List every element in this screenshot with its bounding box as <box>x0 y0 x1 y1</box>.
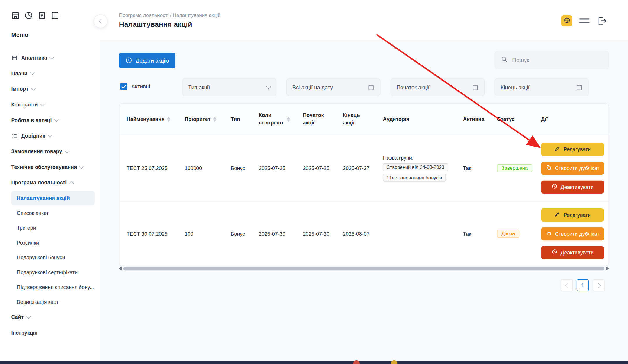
cell-type: Бонус <box>231 165 259 171</box>
sidebar-item-maintenance[interactable]: Технічне обслуговування <box>0 159 100 175</box>
column-header: Аудиторія <box>383 116 463 122</box>
column-header: Дії <box>541 116 606 122</box>
sidebar-item-contracts[interactable]: Контракти <box>0 97 100 113</box>
sort-icon[interactable] <box>167 117 170 122</box>
promo-type-select[interactable]: Тип акції <box>182 78 276 96</box>
sidebar-item-loyalty-program[interactable]: Програма лояльності <box>0 175 100 190</box>
search-box[interactable] <box>495 51 609 69</box>
pagination-page-1[interactable]: 1 <box>577 279 589 291</box>
sidebar-item-analytics[interactable]: Аналітика <box>0 50 100 66</box>
column-header: Початок акції <box>303 112 343 127</box>
submenu-item-gift-certificates[interactable]: Подарункові сертифікати <box>11 265 95 279</box>
active-filter-checkbox[interactable]: Активні <box>120 83 150 90</box>
pie-chart-icon[interactable] <box>24 10 33 20</box>
submenu-item-label: Подарункові бонуси <box>17 254 65 260</box>
submenu-item-label: Розсилки <box>17 240 39 246</box>
scroll-left-arrow-icon[interactable] <box>119 267 122 271</box>
sort-icon[interactable] <box>287 117 290 122</box>
checkbox-checked-icon[interactable] <box>120 83 127 90</box>
column-header[interactable]: Коли створено <box>259 112 303 127</box>
pencil-icon <box>554 146 560 153</box>
cell-actions: Редагувати Створити дублікат Деактивуват… <box>541 208 606 259</box>
submenu-item-triggers[interactable]: Тригери <box>11 220 95 235</box>
cell-start: 2025-07-30 <box>303 231 343 237</box>
search-input[interactable] <box>512 56 603 64</box>
chevron-up-icon <box>69 181 74 186</box>
duplicate-button[interactable]: Створити дублікат <box>541 227 604 240</box>
date-end-value: Кінець акції <box>501 84 529 90</box>
search-icon <box>501 56 508 64</box>
sidebar-item-label: Контракти <box>11 102 38 108</box>
storefront-icon[interactable] <box>10 10 20 20</box>
column-header[interactable]: Найменування <box>127 116 185 122</box>
cell-status: Діюча <box>497 230 541 238</box>
status-badge: Діюча <box>497 230 519 238</box>
sidebar-item-pharmacy-work[interactable]: Робота в аптеці <box>0 113 100 128</box>
deactivate-button[interactable]: Деактивувати <box>541 180 604 193</box>
audience-group-label: Назва групи: <box>383 155 414 161</box>
menu-lines-icon[interactable] <box>579 18 590 23</box>
submenu-item-bonus-writeoff-confirm[interactable]: Підтвердження списання бону... <box>11 280 95 294</box>
cell-audience: Назва групи: Створений від 24-03-2023 1Т… <box>383 155 463 181</box>
submenu-item-promo-settings[interactable]: Налаштування акцій <box>11 191 95 205</box>
book-icon[interactable] <box>50 10 60 20</box>
sidebar-item-label: Аналітика <box>21 55 47 61</box>
language-globe-button[interactable] <box>561 15 572 26</box>
deactivate-button[interactable]: Деактивувати <box>541 246 604 259</box>
sort-icon[interactable] <box>213 117 216 122</box>
submenu-item-label: Тригери <box>17 225 36 231</box>
sidebar-item-goods-order[interactable]: Замовлення товару <box>0 144 100 159</box>
scroll-right-arrow-icon[interactable] <box>606 267 609 271</box>
cell-actions: Редагувати Створити дублікат Деактивуват… <box>541 143 606 194</box>
column-header: Статус <box>497 116 541 122</box>
date-start-filter[interactable]: Початок акції <box>391 78 485 96</box>
chevron-down-icon <box>49 55 54 59</box>
chevron-down-icon <box>30 70 35 75</box>
date-end-filter[interactable]: Кінець акції <box>495 78 589 96</box>
chevron-down-icon <box>26 314 31 319</box>
sidebar-item-instruction[interactable]: Інструкція <box>0 325 100 341</box>
sidebar-item-site[interactable]: Сайт <box>0 309 100 325</box>
audience-tag: Створений від 24-03-2023 <box>383 163 448 171</box>
cell-created: 2025-07-25 <box>259 165 303 171</box>
pagination-next-button[interactable] <box>593 279 605 291</box>
breadcrumb: Програма лояльності / Налаштування акцій <box>119 13 221 18</box>
table-row: ТЕСТ 25.07.2025 100000 Бонус 2025-07-25 … <box>119 135 608 201</box>
cell-active: Так <box>463 231 497 237</box>
column-header: Тип <box>231 116 259 122</box>
submenu-item-questionnaires[interactable]: Список анкет <box>11 206 95 220</box>
sidebar-item-directory[interactable]: Довідник <box>0 128 100 144</box>
calendar-icon <box>472 84 478 90</box>
edit-button[interactable]: Редагувати <box>541 208 604 221</box>
date-all-value: Всі акції на дату <box>292 84 333 90</box>
copy-icon <box>546 165 552 172</box>
loyalty-submenu: Налаштування акцій Список анкет Тригери … <box>0 191 100 309</box>
chevron-left-icon <box>99 19 104 24</box>
cell-priority: 100 <box>185 231 230 237</box>
chevron-down-icon <box>266 84 271 89</box>
logout-icon[interactable] <box>597 16 607 26</box>
submenu-item-gift-bonuses[interactable]: Подарункові бонуси <box>11 250 95 265</box>
sidebar-item-import[interactable]: Імпорт <box>0 81 100 97</box>
sidebar-item-plans[interactable]: Плани <box>0 66 100 81</box>
edit-button[interactable]: Редагувати <box>541 143 604 156</box>
copy-icon <box>546 230 552 237</box>
sidebar-collapse-button[interactable] <box>94 15 107 28</box>
add-promo-button[interactable]: Додати акцію <box>119 53 176 68</box>
date-all-filter[interactable]: Всі акції на дату <box>286 78 380 96</box>
plus-circle-icon <box>125 57 132 65</box>
horizontal-scrollbar[interactable] <box>119 266 609 271</box>
submenu-item-mailings[interactable]: Розсилки <box>11 235 95 250</box>
cell-created: 2025-07-30 <box>259 231 303 237</box>
document-icon[interactable] <box>37 10 47 20</box>
grid-icon <box>11 55 18 61</box>
sidebar-item-label: Робота в аптеці <box>11 117 52 123</box>
list-icon <box>11 133 18 139</box>
column-header[interactable]: Пріоритет <box>185 116 230 122</box>
promo-type-value: Тип акції <box>188 84 210 90</box>
scrollbar-thumb[interactable] <box>123 267 604 270</box>
pagination-prev-button[interactable] <box>561 279 573 291</box>
duplicate-button[interactable]: Створити дублікат <box>541 161 604 174</box>
cell-priority: 100000 <box>185 165 230 171</box>
submenu-item-card-verification[interactable]: Верифікація карт <box>11 295 95 309</box>
